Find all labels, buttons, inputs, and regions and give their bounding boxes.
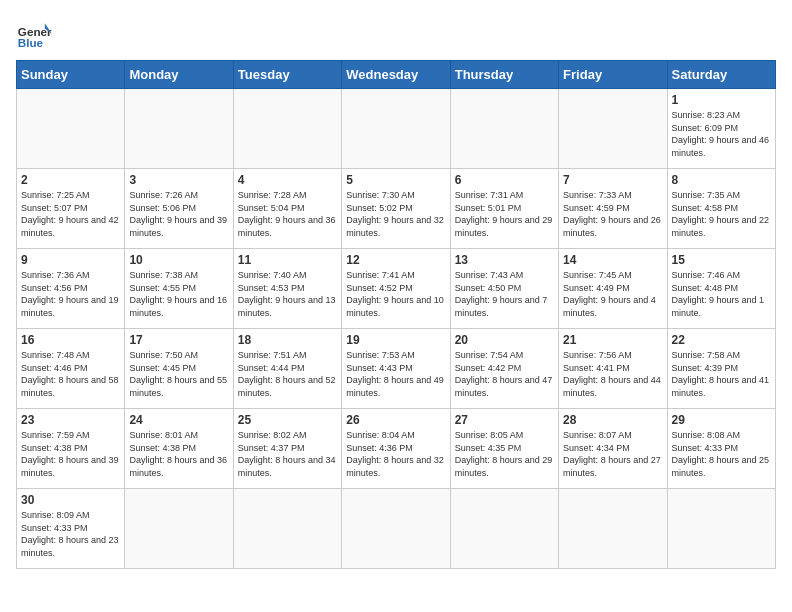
day-number: 25 [238, 413, 337, 427]
day-cell [125, 489, 233, 569]
day-info: Sunrise: 8:07 AM Sunset: 4:34 PM Dayligh… [563, 429, 662, 479]
day-number: 26 [346, 413, 445, 427]
day-number: 28 [563, 413, 662, 427]
day-info: Sunrise: 7:31 AM Sunset: 5:01 PM Dayligh… [455, 189, 554, 239]
weekday-header-saturday: Saturday [667, 61, 775, 89]
day-cell [17, 89, 125, 169]
day-cell: 8Sunrise: 7:35 AM Sunset: 4:58 PM Daylig… [667, 169, 775, 249]
day-number: 5 [346, 173, 445, 187]
day-info: Sunrise: 7:40 AM Sunset: 4:53 PM Dayligh… [238, 269, 337, 319]
day-info: Sunrise: 7:36 AM Sunset: 4:56 PM Dayligh… [21, 269, 120, 319]
day-info: Sunrise: 8:09 AM Sunset: 4:33 PM Dayligh… [21, 509, 120, 559]
day-number: 15 [672, 253, 771, 267]
weekday-header-thursday: Thursday [450, 61, 558, 89]
day-number: 10 [129, 253, 228, 267]
svg-text:Blue: Blue [18, 36, 44, 49]
logo: General Blue [16, 16, 52, 52]
week-row-1: 1Sunrise: 8:23 AM Sunset: 6:09 PM Daylig… [17, 89, 776, 169]
day-info: Sunrise: 7:45 AM Sunset: 4:49 PM Dayligh… [563, 269, 662, 319]
day-cell [450, 489, 558, 569]
day-info: Sunrise: 8:05 AM Sunset: 4:35 PM Dayligh… [455, 429, 554, 479]
day-cell [125, 89, 233, 169]
day-cell: 26Sunrise: 8:04 AM Sunset: 4:36 PM Dayli… [342, 409, 450, 489]
weekday-header-friday: Friday [559, 61, 667, 89]
day-cell: 30Sunrise: 8:09 AM Sunset: 4:33 PM Dayli… [17, 489, 125, 569]
logo-icon: General Blue [16, 16, 52, 52]
day-info: Sunrise: 8:23 AM Sunset: 6:09 PM Dayligh… [672, 109, 771, 159]
day-info: Sunrise: 7:30 AM Sunset: 5:02 PM Dayligh… [346, 189, 445, 239]
day-info: Sunrise: 7:26 AM Sunset: 5:06 PM Dayligh… [129, 189, 228, 239]
day-cell: 5Sunrise: 7:30 AM Sunset: 5:02 PM Daylig… [342, 169, 450, 249]
day-number: 8 [672, 173, 771, 187]
day-cell: 2Sunrise: 7:25 AM Sunset: 5:07 PM Daylig… [17, 169, 125, 249]
day-info: Sunrise: 7:35 AM Sunset: 4:58 PM Dayligh… [672, 189, 771, 239]
day-info: Sunrise: 7:59 AM Sunset: 4:38 PM Dayligh… [21, 429, 120, 479]
day-cell: 28Sunrise: 8:07 AM Sunset: 4:34 PM Dayli… [559, 409, 667, 489]
day-info: Sunrise: 7:51 AM Sunset: 4:44 PM Dayligh… [238, 349, 337, 399]
page-header: General Blue [16, 16, 776, 52]
day-number: 20 [455, 333, 554, 347]
day-number: 7 [563, 173, 662, 187]
day-cell: 22Sunrise: 7:58 AM Sunset: 4:39 PM Dayli… [667, 329, 775, 409]
day-cell [233, 89, 341, 169]
day-cell: 27Sunrise: 8:05 AM Sunset: 4:35 PM Dayli… [450, 409, 558, 489]
calendar-table: SundayMondayTuesdayWednesdayThursdayFrid… [16, 60, 776, 569]
day-cell: 20Sunrise: 7:54 AM Sunset: 4:42 PM Dayli… [450, 329, 558, 409]
week-row-6: 30Sunrise: 8:09 AM Sunset: 4:33 PM Dayli… [17, 489, 776, 569]
day-info: Sunrise: 8:01 AM Sunset: 4:38 PM Dayligh… [129, 429, 228, 479]
day-info: Sunrise: 7:25 AM Sunset: 5:07 PM Dayligh… [21, 189, 120, 239]
day-cell: 25Sunrise: 8:02 AM Sunset: 4:37 PM Dayli… [233, 409, 341, 489]
day-cell: 7Sunrise: 7:33 AM Sunset: 4:59 PM Daylig… [559, 169, 667, 249]
day-number: 14 [563, 253, 662, 267]
day-cell: 19Sunrise: 7:53 AM Sunset: 4:43 PM Dayli… [342, 329, 450, 409]
day-cell: 9Sunrise: 7:36 AM Sunset: 4:56 PM Daylig… [17, 249, 125, 329]
day-info: Sunrise: 7:41 AM Sunset: 4:52 PM Dayligh… [346, 269, 445, 319]
day-number: 1 [672, 93, 771, 107]
day-info: Sunrise: 7:54 AM Sunset: 4:42 PM Dayligh… [455, 349, 554, 399]
day-number: 19 [346, 333, 445, 347]
day-cell [559, 489, 667, 569]
day-cell: 24Sunrise: 8:01 AM Sunset: 4:38 PM Dayli… [125, 409, 233, 489]
day-info: Sunrise: 7:28 AM Sunset: 5:04 PM Dayligh… [238, 189, 337, 239]
week-row-4: 16Sunrise: 7:48 AM Sunset: 4:46 PM Dayli… [17, 329, 776, 409]
week-row-2: 2Sunrise: 7:25 AM Sunset: 5:07 PM Daylig… [17, 169, 776, 249]
day-number: 11 [238, 253, 337, 267]
day-number: 12 [346, 253, 445, 267]
day-cell: 14Sunrise: 7:45 AM Sunset: 4:49 PM Dayli… [559, 249, 667, 329]
day-cell [667, 489, 775, 569]
day-info: Sunrise: 7:48 AM Sunset: 4:46 PM Dayligh… [21, 349, 120, 399]
day-cell: 18Sunrise: 7:51 AM Sunset: 4:44 PM Dayli… [233, 329, 341, 409]
weekday-header-tuesday: Tuesday [233, 61, 341, 89]
day-number: 3 [129, 173, 228, 187]
day-info: Sunrise: 7:33 AM Sunset: 4:59 PM Dayligh… [563, 189, 662, 239]
day-number: 27 [455, 413, 554, 427]
day-info: Sunrise: 7:43 AM Sunset: 4:50 PM Dayligh… [455, 269, 554, 319]
day-number: 2 [21, 173, 120, 187]
day-number: 16 [21, 333, 120, 347]
day-cell: 4Sunrise: 7:28 AM Sunset: 5:04 PM Daylig… [233, 169, 341, 249]
day-cell: 1Sunrise: 8:23 AM Sunset: 6:09 PM Daylig… [667, 89, 775, 169]
day-cell [233, 489, 341, 569]
day-number: 4 [238, 173, 337, 187]
day-cell: 11Sunrise: 7:40 AM Sunset: 4:53 PM Dayli… [233, 249, 341, 329]
day-number: 21 [563, 333, 662, 347]
weekday-header-row: SundayMondayTuesdayWednesdayThursdayFrid… [17, 61, 776, 89]
day-info: Sunrise: 7:56 AM Sunset: 4:41 PM Dayligh… [563, 349, 662, 399]
day-number: 22 [672, 333, 771, 347]
day-number: 18 [238, 333, 337, 347]
week-row-5: 23Sunrise: 7:59 AM Sunset: 4:38 PM Dayli… [17, 409, 776, 489]
day-number: 9 [21, 253, 120, 267]
day-cell: 6Sunrise: 7:31 AM Sunset: 5:01 PM Daylig… [450, 169, 558, 249]
day-number: 24 [129, 413, 228, 427]
day-cell [342, 89, 450, 169]
day-info: Sunrise: 7:58 AM Sunset: 4:39 PM Dayligh… [672, 349, 771, 399]
day-cell: 3Sunrise: 7:26 AM Sunset: 5:06 PM Daylig… [125, 169, 233, 249]
day-number: 17 [129, 333, 228, 347]
day-info: Sunrise: 8:04 AM Sunset: 4:36 PM Dayligh… [346, 429, 445, 479]
day-cell: 15Sunrise: 7:46 AM Sunset: 4:48 PM Dayli… [667, 249, 775, 329]
day-cell [559, 89, 667, 169]
day-cell: 23Sunrise: 7:59 AM Sunset: 4:38 PM Dayli… [17, 409, 125, 489]
day-cell: 17Sunrise: 7:50 AM Sunset: 4:45 PM Dayli… [125, 329, 233, 409]
day-cell: 16Sunrise: 7:48 AM Sunset: 4:46 PM Dayli… [17, 329, 125, 409]
week-row-3: 9Sunrise: 7:36 AM Sunset: 4:56 PM Daylig… [17, 249, 776, 329]
